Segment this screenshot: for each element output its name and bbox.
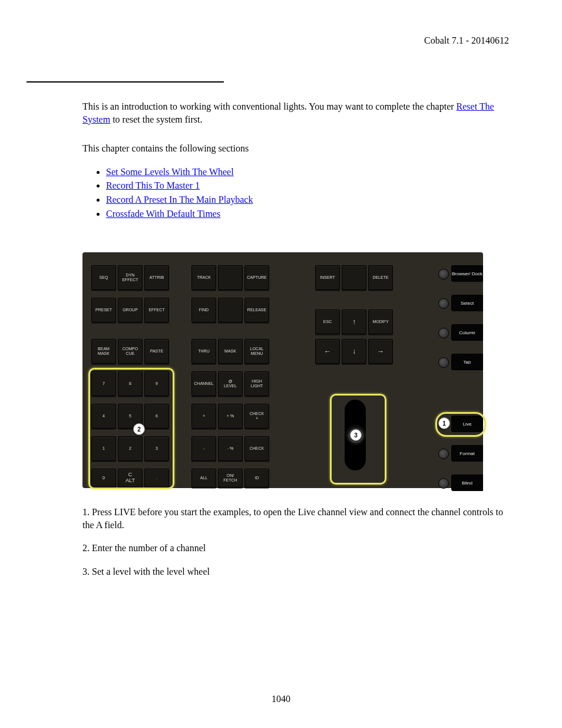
- key-0[interactable]: 0: [91, 469, 116, 487]
- key-plus-pct[interactable]: + %: [218, 404, 243, 429]
- key-blank-b2[interactable]: [218, 298, 243, 322]
- key-id[interactable]: ID: [244, 469, 269, 487]
- key-capture[interactable]: CAPTURE: [244, 265, 269, 290]
- key-track[interactable]: TRACK: [191, 265, 216, 290]
- key-blank-c1[interactable]: [342, 265, 366, 290]
- side-browser-dock[interactable]: Browser/ Dock: [451, 265, 483, 282]
- key-7[interactable]: 7: [91, 371, 116, 396]
- key-1[interactable]: 1: [91, 436, 116, 461]
- key-seq[interactable]: SEQ: [91, 265, 116, 290]
- toc-link-3[interactable]: Record A Preset In The Main Playback: [106, 195, 253, 205]
- side-knob-blind[interactable]: [438, 478, 449, 489]
- side-knob-format[interactable]: [438, 449, 449, 459]
- key-2[interactable]: 2: [118, 436, 143, 461]
- intro-paragraph-1: This is an introduction to working with …: [82, 100, 503, 126]
- key-paste[interactable]: PASTE: [144, 339, 169, 364]
- key-blank-b1[interactable]: [218, 265, 243, 290]
- key-beam-mask[interactable]: BEAM MASK: [91, 339, 116, 364]
- key-local-menu[interactable]: LOCAL MENU: [244, 339, 269, 364]
- key-preset[interactable]: PRESET: [91, 298, 116, 322]
- key-find[interactable]: FIND: [191, 298, 216, 322]
- side-select[interactable]: Select: [451, 295, 483, 311]
- key-plus[interactable]: +: [191, 404, 216, 429]
- key-esc[interactable]: ESC: [315, 309, 340, 334]
- key-minus-pct[interactable]: - %: [218, 436, 243, 461]
- key-4[interactable]: 4: [91, 404, 116, 429]
- marker-2: 2: [133, 423, 145, 435]
- key-8[interactable]: 8: [118, 371, 143, 396]
- page-number: 1040: [0, 694, 562, 704]
- key-channel[interactable]: CHANNEL: [191, 371, 216, 396]
- intro-text-1b: to reset the system first.: [110, 114, 202, 124]
- side-knob-column[interactable]: [438, 328, 449, 338]
- key-at-level[interactable]: @ LEVEL: [218, 371, 243, 396]
- intro-paragraph-2: This chapter contains the following sect…: [82, 142, 503, 155]
- console-panel: SEQ DYN EFFECT ATTRIB PRESET GROUP EFFEC…: [82, 252, 483, 488]
- marker-1: 1: [438, 417, 450, 429]
- key-attrib[interactable]: ATTRIB: [144, 265, 169, 290]
- toc-link-4[interactable]: Crossfade With Default Times: [106, 209, 220, 219]
- key-release[interactable]: RELEASE: [244, 298, 269, 322]
- key-minus[interactable]: -: [191, 436, 216, 461]
- intro-text-1a: This is an introduction to working with …: [82, 101, 457, 111]
- key-delete[interactable]: DELETE: [368, 265, 393, 290]
- key-dot[interactable]: .: [144, 469, 169, 487]
- toc-item: Record This To Master 1: [106, 179, 503, 192]
- key-modify[interactable]: MODIFY: [368, 309, 393, 334]
- key-check-plus[interactable]: CHECK +: [244, 404, 269, 429]
- step-2: 2. Enter the number of a channel: [82, 542, 509, 555]
- key-effect[interactable]: EFFECT: [144, 298, 169, 322]
- toc-list: Set Some Levels With The Wheel Record Th…: [106, 166, 503, 220]
- key-dyn-effect[interactable]: DYN EFFECT: [118, 265, 143, 290]
- key-arrow-down[interactable]: ↓: [342, 339, 366, 364]
- horizontal-rule: [27, 81, 224, 83]
- side-knob-browser[interactable]: [438, 269, 449, 279]
- key-group[interactable]: GROUP: [118, 298, 143, 322]
- toc-link-2[interactable]: Record This To Master 1: [106, 180, 200, 190]
- side-column[interactable]: Column: [451, 324, 483, 341]
- step-1: 1. Press LIVE before you start the examp…: [82, 506, 509, 531]
- key-9[interactable]: 9: [144, 371, 169, 396]
- key-compo-cue[interactable]: COMPO CUE: [118, 339, 143, 364]
- toc-item: Set Some Levels With The Wheel: [106, 166, 503, 179]
- side-knob-tab[interactable]: [438, 357, 449, 368]
- toc-link-1[interactable]: Set Some Levels With The Wheel: [106, 167, 234, 177]
- key-mask[interactable]: MASK: [218, 339, 243, 364]
- side-live[interactable]: Live: [451, 416, 483, 432]
- key-highlight[interactable]: HIGH LIGHT: [244, 371, 269, 396]
- side-knob-select[interactable]: [438, 298, 449, 309]
- key-all[interactable]: ALL: [191, 469, 216, 487]
- key-arrow-left[interactable]: ←: [315, 339, 340, 364]
- key-check[interactable]: CHECK: [244, 436, 269, 461]
- key-arrow-up[interactable]: ↑: [342, 309, 366, 334]
- key-arrow-right[interactable]: →: [368, 339, 393, 364]
- side-blind[interactable]: Blind: [451, 475, 483, 491]
- key-6[interactable]: 6: [144, 404, 169, 429]
- step-3: 3. Set a level with the level wheel: [82, 565, 509, 578]
- key-3[interactable]: 3: [144, 436, 169, 461]
- key-c-alt[interactable]: C ALT: [118, 469, 143, 487]
- doc-header: Cobalt 7.1 - 20140612: [53, 35, 509, 46]
- side-format[interactable]: Format: [451, 445, 483, 462]
- side-tab[interactable]: Tab: [451, 354, 483, 370]
- key-insert[interactable]: INSERT: [315, 265, 340, 290]
- key-on-fetch[interactable]: ON/ FETCH: [218, 469, 243, 487]
- key-thru[interactable]: THRU: [191, 339, 216, 364]
- toc-item: Record A Preset In The Main Playback: [106, 193, 503, 206]
- toc-item: Crossfade With Default Times: [106, 207, 503, 220]
